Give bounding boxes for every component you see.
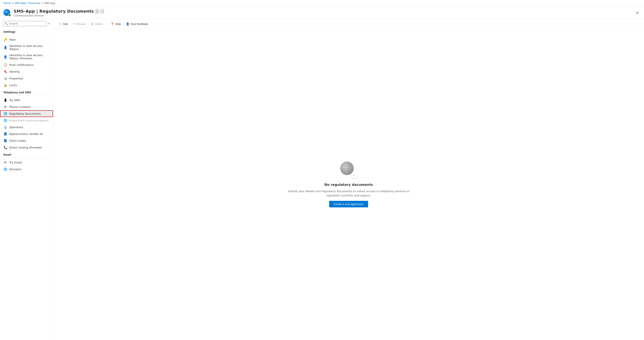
sidebar-item-operators[interactable]: 📡 Operators xyxy=(0,124,53,131)
sidebar-search-container: 🔍 xyxy=(2,21,46,26)
breadcrumb: Home > SMS-App | Overview > SMS-App xyxy=(0,0,644,6)
sidebar-item-domains[interactable]: 🌐 Domains xyxy=(0,166,53,172)
discard-button[interactable]: ✕ Discard xyxy=(70,21,88,27)
content-body: No regulatory documents Submit your deta… xyxy=(53,29,644,340)
empty-state-description: Submit your details and regulatory docum… xyxy=(285,189,412,197)
identities-tokens-icon: 👤 xyxy=(4,46,7,49)
locks-icon: 🔒 xyxy=(4,83,7,87)
sidebar-item-alphanumeric-sender-id[interactable]: 📘 Alphanumeric Sender ID xyxy=(0,131,53,137)
service-icon xyxy=(4,9,11,17)
sidebar-item-properties-label: Properties xyxy=(9,77,23,80)
feedback-button[interactable]: 👤 Give feedback xyxy=(124,21,150,27)
delete-label: Delete xyxy=(95,22,103,25)
sidebar-item-try-email[interactable]: ✉️ Try Email xyxy=(0,159,53,166)
sidebar-item-push-notifications[interactable]: 📋 Push notifications xyxy=(0,61,53,68)
sidebar-item-direct-routing-label: Direct routing (Preview) xyxy=(9,146,42,149)
sidebar-item-alphanumeric-sender-id-label: Alphanumeric Sender ID xyxy=(9,132,43,136)
alphanumeric-sender-id-icon: 📘 xyxy=(4,132,7,136)
breadcrumb-overview[interactable]: SMS-App | Overview xyxy=(15,2,40,5)
sidebar-item-identities-tokens-label: Identities & User Access Tokens xyxy=(9,44,50,51)
sidebar-item-identity[interactable]: 🔖 Identity xyxy=(0,68,53,75)
sidebar-item-regulatory-documents-label: Regulatory Documents xyxy=(9,112,41,115)
discard-label: Discard xyxy=(76,22,86,25)
help-label: Help xyxy=(115,22,121,25)
toolbar-separator xyxy=(106,22,107,26)
feedback-label: Give feedback xyxy=(131,22,148,25)
regulatory-documents-icon: 🌐 xyxy=(4,112,7,116)
identity-icon: 🔖 xyxy=(4,70,7,73)
sidebar-item-phone-numbers-label: Phone numbers xyxy=(9,105,31,109)
keys-icon: 🔑 xyxy=(4,38,7,41)
properties-icon: 📊 xyxy=(4,76,7,80)
telephony-divider xyxy=(2,96,50,96)
discard-icon: ✕ xyxy=(73,22,75,25)
sidebar-item-identity-label: Identity xyxy=(9,70,20,73)
header-subtitle: Communication Service xyxy=(14,14,632,17)
sidebar-item-keys[interactable]: 🔑 Keys xyxy=(0,36,53,43)
sidebar-item-locks[interactable]: 🔒 Locks xyxy=(0,82,53,88)
sidebar-item-registered-countries: 🌐 Registered countries/regions xyxy=(0,117,53,124)
try-email-icon: ✉️ xyxy=(4,161,7,164)
add-icon: ＋ xyxy=(59,22,62,26)
search-icon: 🔍 xyxy=(4,22,8,25)
sidebar-item-try-email-label: Try Email xyxy=(9,161,22,164)
sidebar-item-identities-tokens-preview-label: Identities & User Access Tokens (Preview… xyxy=(9,54,50,60)
email-divider xyxy=(2,158,50,158)
push-notifications-icon: 📋 xyxy=(4,63,7,67)
main-layout: 🔍 « Settings 🔑 Keys 👤 Identities & User … xyxy=(0,19,644,340)
toolbar: ＋ Add ✕ Discard 🗑 Delete ❓ Help 👤 Give f… xyxy=(53,19,644,29)
sidebar-item-try-sms-label: Try SMS xyxy=(9,99,20,102)
direct-routing-icon: 📞 xyxy=(4,146,7,149)
sidebar-item-identities-tokens[interactable]: 👤 Identities & User Access Tokens xyxy=(0,43,53,52)
sidebar-search-row: 🔍 « xyxy=(0,19,53,28)
search-input[interactable] xyxy=(9,22,44,25)
breadcrumb-current: SMS-App xyxy=(44,2,56,5)
email-section-label: Email xyxy=(0,151,53,157)
sidebar-item-operators-label: Operators xyxy=(9,126,23,129)
empty-state-icon xyxy=(340,162,357,178)
operators-icon: 📡 xyxy=(4,125,7,129)
telephony-section-label: Telephony and SMS xyxy=(0,88,53,95)
settings-section-label: Settings xyxy=(0,28,53,34)
add-button[interactable]: ＋ Add xyxy=(57,21,70,27)
add-label: Add xyxy=(63,22,68,25)
phone-numbers-icon: # xyxy=(4,105,7,109)
delete-button[interactable]: 🗑 Delete xyxy=(88,21,105,27)
sidebar-item-push-notifications-label: Push notifications xyxy=(9,63,34,66)
sidebar-item-try-sms[interactable]: 📱 Try SMS xyxy=(0,97,53,104)
identities-tokens-preview-icon: 👤 xyxy=(4,55,7,59)
page-title: SMS-App | Regulatory Documents ☆ ··· xyxy=(14,9,632,14)
sidebar-item-keys-label: Keys xyxy=(9,38,16,41)
collapse-sidebar-button[interactable]: « xyxy=(47,21,51,26)
sidebar-item-locks-label: Locks xyxy=(9,84,17,87)
page-header: SMS-App | Regulatory Documents ☆ ··· Com… xyxy=(0,6,644,19)
try-sms-icon: 📱 xyxy=(4,98,7,102)
help-icon: ❓ xyxy=(110,22,114,25)
sidebar-item-phone-numbers[interactable]: # Phone numbers xyxy=(0,104,53,110)
create-application-button[interactable]: Create a new application xyxy=(329,201,368,207)
sidebar-item-registered-countries-label: Registered countries/regions xyxy=(9,119,49,122)
sidebar-item-short-codes[interactable]: 📘 Short Codes xyxy=(0,137,53,144)
registered-countries-icon: 🌐 xyxy=(4,119,7,122)
feedback-icon: 👤 xyxy=(126,22,130,25)
empty-state-title: No regulatory documents xyxy=(324,183,373,187)
breadcrumb-home[interactable]: Home xyxy=(4,2,11,5)
sidebar-item-properties[interactable]: 📊 Properties xyxy=(0,75,53,82)
more-options-button[interactable]: ··· xyxy=(101,9,104,13)
sidebar-item-direct-routing[interactable]: 📞 Direct routing (Preview) xyxy=(0,144,53,151)
sidebar-item-domains-label: Domains xyxy=(9,168,21,171)
sidebar-item-identities-tokens-preview[interactable]: 👤 Identities & User Access Tokens (Previ… xyxy=(0,52,53,61)
header-text: SMS-App | Regulatory Documents ☆ ··· Com… xyxy=(14,9,632,17)
close-button[interactable]: ✕ xyxy=(634,10,640,16)
sidebar-item-short-codes-label: Short Codes xyxy=(9,139,26,142)
settings-divider xyxy=(2,35,50,35)
delete-icon: 🗑 xyxy=(91,22,94,25)
empty-state: No regulatory documents Submit your deta… xyxy=(285,162,412,207)
content-area: ＋ Add ✕ Discard 🗑 Delete ❓ Help 👤 Give f… xyxy=(53,19,644,340)
sidebar-item-regulatory-documents[interactable]: 🌐 Regulatory Documents xyxy=(0,110,53,117)
help-button[interactable]: ❓ Help xyxy=(108,21,123,27)
domains-icon: 🌐 xyxy=(4,167,7,171)
short-codes-icon: 📘 xyxy=(4,139,7,143)
favorite-button[interactable]: ☆ xyxy=(96,9,99,13)
sidebar: 🔍 « Settings 🔑 Keys 👤 Identities & User … xyxy=(0,19,53,340)
